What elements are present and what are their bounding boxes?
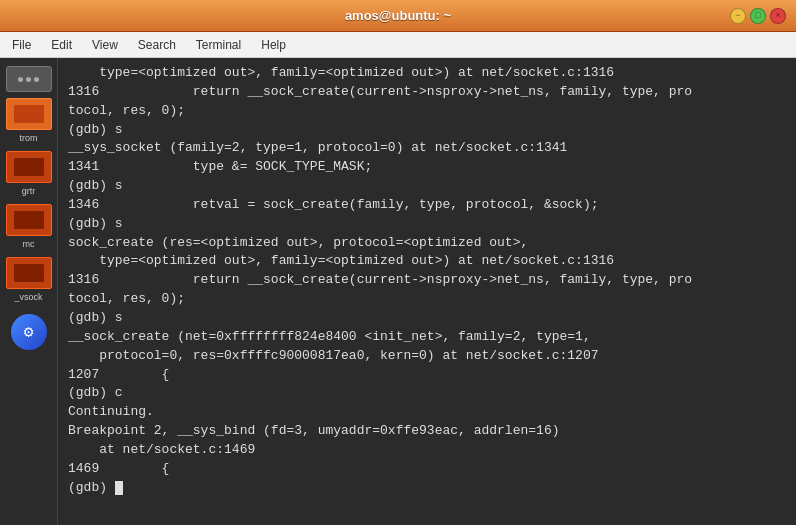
terminal-line: sock_create (res=<optimized out>, protoc… [68,234,786,253]
sidebar-label-grtr: grtr [22,186,36,196]
terminal-line: tocol, res, 0); [68,102,786,121]
terminal-line: (gdb) s [68,215,786,234]
terminal-cursor [115,481,123,495]
menu-edit[interactable]: Edit [47,36,76,54]
terminal-line: (gdb) c [68,384,786,403]
terminal-line: (gdb) s [68,309,786,328]
sidebar-icon-bottom[interactable]: ⚙ [11,314,47,350]
terminal-line: 1207 { [68,366,786,385]
terminal-line: 1316 return __sock_create(current->nspro… [68,271,786,290]
terminal-line: (gdb) s [68,177,786,196]
close-button[interactable]: × [770,8,786,24]
sidebar-item-grtr[interactable] [6,151,52,183]
sidebar-label-trom: trom [20,133,38,143]
sidebar-item-trom[interactable] [6,98,52,130]
sidebar-mc-group: mc [6,204,52,249]
terminal-line: 1341 type &= SOCK_TYPE_MASK; [68,158,786,177]
menu-search[interactable]: Search [134,36,180,54]
terminal-line: __sys_socket (family=2, type=1, protocol… [68,139,786,158]
sidebar-dots[interactable] [6,66,52,92]
menu-view[interactable]: View [88,36,122,54]
menu-terminal[interactable]: Terminal [192,36,245,54]
window-title: amos@ubuntu: ~ [345,8,451,23]
sidebar-label-vsock: _vsock [14,292,42,302]
terminal-line: tocol, res, 0); [68,290,786,309]
terminal-line: 1346 retval = sock_create(family, type, … [68,196,786,215]
terminal-line: (gdb) s [68,121,786,140]
sidebar: trom grtr mc _vsock ⚙ [0,58,58,525]
terminal-line: __sock_create (net=0xffffffff824e8400 <i… [68,328,786,347]
terminal-line: (gdb) [68,479,786,498]
main-area: trom grtr mc _vsock ⚙ [0,58,796,525]
sidebar-vsock-group: _vsock [6,257,52,302]
menu-help[interactable]: Help [257,36,290,54]
terminal-line: Continuing. [68,403,786,422]
sidebar-label-mc: mc [23,239,35,249]
sidebar-trom-group: trom [6,98,52,143]
maximize-button[interactable]: □ [750,8,766,24]
terminal-line: type=<optimized out>, family=<optimized … [68,252,786,271]
terminal-line: Breakpoint 2, __sys_bind (fd=3, umyaddr=… [68,422,786,441]
minimize-button[interactable]: − [730,8,746,24]
menu-file[interactable]: File [8,36,35,54]
terminal-line: 1469 { [68,460,786,479]
sidebar-grtr-group: grtr [6,151,52,196]
terminal-line: at net/socket.c:1469 [68,441,786,460]
title-bar: amos@ubuntu: ~ − □ × [0,0,796,32]
terminal-line: type=<optimized out>, family=<optimized … [68,64,786,83]
terminal-line: protocol=0, res=0xffffc90000817ea0, kern… [68,347,786,366]
sidebar-item-mc[interactable] [6,204,52,236]
menu-bar: File Edit View Search Terminal Help [0,32,796,58]
window-controls: − □ × [730,8,786,24]
terminal-area[interactable]: type=<optimized out>, family=<optimized … [58,58,796,525]
sidebar-item-vsock[interactable] [6,257,52,289]
terminal-line: 1316 return __sock_create(current->nspro… [68,83,786,102]
